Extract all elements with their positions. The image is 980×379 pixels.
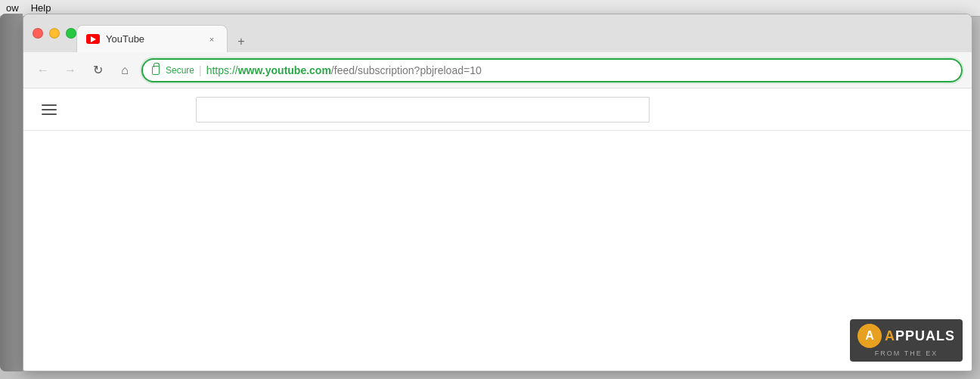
watermark-logo-char: A (865, 329, 874, 343)
traffic-lights (33, 28, 76, 39)
tab-bar: YouTube × + (76, 14, 252, 52)
hamburger-line-1 (42, 104, 57, 106)
new-tab-button[interactable]: + (231, 31, 252, 52)
title-bar: YouTube × + (23, 14, 972, 52)
home-button[interactable]: ⌂ (114, 60, 135, 81)
address-bar[interactable]: Secure | https://www.youtube.com/feed/su… (141, 58, 963, 82)
watermark-name-part1: A (885, 328, 895, 343)
youtube-favicon (86, 34, 100, 44)
back-button[interactable]: ← (33, 60, 54, 81)
watermark-logo-icon: A (858, 324, 882, 348)
secure-label: Secure (166, 65, 194, 76)
url-path: /feed/subscription?pbjreload=10 (331, 64, 482, 76)
tab-title: YouTube (106, 33, 200, 45)
hamburger-menu-button[interactable] (36, 98, 63, 121)
left-sidebar-strip (0, 14, 23, 371)
hamburger-line-2 (42, 109, 57, 110)
youtube-play-icon (91, 36, 96, 42)
menu-item-help[interactable]: Help (31, 2, 51, 14)
reload-button[interactable]: ↻ (87, 60, 108, 81)
menu-bar-items: ow Help (6, 2, 51, 14)
browser-window: YouTube × + ← → ↻ ⌂ Secure | https://www… (23, 14, 972, 371)
lock-shape (152, 66, 160, 75)
tab-close-button[interactable]: × (206, 33, 218, 45)
url-domain: www.youtube.com (238, 64, 331, 76)
active-tab[interactable]: YouTube × (76, 25, 228, 52)
minimize-button[interactable] (49, 28, 60, 39)
lock-icon (152, 66, 161, 75)
page-content: A APPUALS FROM THE EX (23, 89, 972, 371)
watermark-top: A APPUALS (858, 324, 955, 348)
watermark-subtitle: FROM THE EX (875, 349, 938, 357)
address-separator: | (199, 64, 202, 76)
menu-item-ow[interactable]: ow (6, 2, 19, 14)
toolbar: ← → ↻ ⌂ Secure | https://www.youtube.com… (23, 52, 972, 89)
maximize-button[interactable] (66, 28, 76, 39)
youtube-search-bar[interactable] (196, 97, 650, 123)
url-protocol: https:// (206, 64, 238, 76)
watermark-name-part2: PPUALS (895, 328, 955, 343)
watermark-brand-name: APPUALS (885, 328, 955, 344)
appuals-watermark: A APPUALS FROM THE EX (850, 319, 963, 362)
hamburger-line-3 (42, 113, 57, 115)
close-button[interactable] (33, 28, 43, 39)
address-url: https://www.youtube.com/feed/subscriptio… (206, 64, 952, 76)
forward-button[interactable]: → (60, 60, 81, 81)
youtube-header (23, 89, 972, 131)
